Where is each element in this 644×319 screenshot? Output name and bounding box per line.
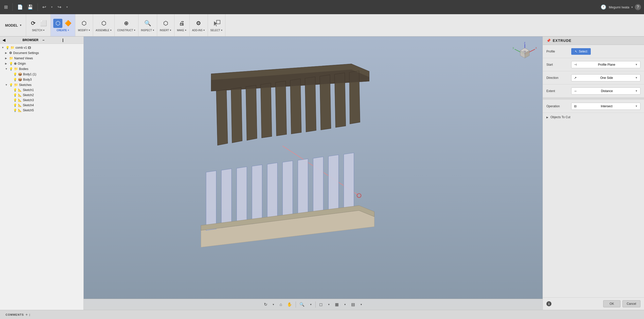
undo-dropdown-icon[interactable]: ▼: [50, 5, 54, 9]
svg-marker-7: [261, 83, 272, 138]
new-file-icon[interactable]: 📄: [16, 3, 24, 11]
rotate-dropdown-icon[interactable]: ▼: [271, 302, 276, 307]
browser-collapse-icon[interactable]: –: [43, 38, 61, 42]
tree-expand-bodies[interactable]: ▼: [5, 67, 8, 70]
comments-expand-icon[interactable]: |: [29, 313, 30, 316]
inspect-icons: 🔍: [143, 19, 152, 28]
sketch-icons: ⟳ ⬜: [29, 19, 48, 28]
toolbar-assemble[interactable]: ⬡ ASSEMBLE▼: [93, 14, 115, 36]
toolbar-insert[interactable]: ⬡ INSERT▼: [157, 14, 174, 36]
toolbar-inspect[interactable]: 🔍 INSPECT▼: [138, 14, 157, 36]
tree-item-sketch5[interactable]: ▶ 💡 📐 Sketch5: [0, 108, 83, 113]
create-icons: ⬡ 🔶: [53, 19, 73, 28]
tree-item-root[interactable]: ▼ 💡 📁 comb v1 ●: [0, 45, 83, 50]
create-label: CREATE▼: [57, 29, 69, 32]
home-icon[interactable]: ⌂: [278, 301, 284, 308]
help-icon[interactable]: ?: [635, 4, 641, 10]
select-button[interactable]: ↖ Select: [571, 48, 591, 55]
save-icon[interactable]: 💾: [26, 3, 34, 11]
tree-item-bodies[interactable]: ▼ 💡 📁 Bodies: [0, 66, 83, 72]
toolbar-modify[interactable]: ⬡ MODIFY▼: [75, 14, 93, 36]
sep2: [315, 302, 316, 308]
svg-marker-29: [206, 171, 216, 230]
grid-icon[interactable]: ⊞: [3, 3, 9, 11]
folder-origin: ⊕: [14, 62, 17, 65]
distance-icon: ↔: [574, 89, 577, 93]
direction-dropdown[interactable]: ↗ One Side ▼: [571, 74, 640, 81]
zoom-dropdown-icon[interactable]: ▼: [308, 302, 313, 307]
svg-marker-30: [221, 169, 231, 228]
redo-dropdown-icon[interactable]: ▼: [65, 5, 69, 9]
icon-sketch4: 📐: [18, 103, 22, 107]
toolbar-make[interactable]: 🖨 MAKE▼: [174, 14, 190, 36]
toolbar-sketch[interactable]: ⟳ ⬜ SKETCH▼: [26, 14, 51, 36]
construct-icons: ⊕: [122, 19, 131, 28]
assemble-icon: ⬡: [99, 19, 108, 28]
insert-label: INSERT▼: [160, 29, 171, 32]
grid-dropdown-icon[interactable]: ▼: [342, 302, 348, 307]
tree-expand-sketches[interactable]: ▼: [5, 83, 8, 86]
tree-expand-root[interactable]: ▼: [2, 46, 5, 49]
separator: [38, 3, 38, 11]
display-dropdown-icon[interactable]: ▼: [326, 302, 331, 307]
sidebar: ◀ BROWSER – | ▼ 💡 📁 comb v1 ● ▶ ⚙ Docume…: [0, 37, 84, 310]
toolbar-construct[interactable]: ⊕ CONSTRUCT▼: [115, 14, 138, 36]
undo-icon[interactable]: ↩: [41, 3, 47, 11]
display-mode-icon[interactable]: ◻: [318, 301, 324, 308]
viewcube[interactable]: x y z top: [512, 42, 538, 67]
toolbar-select[interactable]: SELECT▼: [208, 14, 226, 36]
username[interactable]: Megumi Iwata: [609, 5, 629, 9]
toolbar-create[interactable]: ⬡ 🔶 CREATE▼: [51, 14, 75, 36]
tree-item-namedviews[interactable]: ▶ 📁 Named Views: [0, 56, 83, 61]
tree-item-body1[interactable]: ▶ 💡 📦 Body1 (1): [0, 72, 83, 77]
viewport[interactable]: CONSTRUCT -: [84, 37, 543, 310]
grid-display-icon[interactable]: ▦: [333, 301, 340, 308]
toolbar-addins[interactable]: ⚙ ADD-INS▼: [190, 14, 208, 36]
tree-item-sketch4[interactable]: ▶ 💡 📐 Sketch4: [0, 103, 83, 108]
ok-button[interactable]: OK: [603, 300, 620, 307]
browser-expand-icon[interactable]: |: [62, 38, 81, 42]
pin-icon[interactable]: 📌: [546, 39, 551, 43]
select-label: Select: [579, 50, 587, 53]
bulb-sketch4: 💡: [13, 103, 17, 107]
bulb-bodies: 💡: [9, 67, 13, 71]
bulb-body1: 💡: [13, 73, 17, 76]
model-dropdown[interactable]: MODEL ▼: [1, 14, 26, 36]
tree-expand-docsettings[interactable]: ▶: [5, 51, 8, 54]
view-dropdown-icon[interactable]: ▼: [359, 302, 364, 307]
info-icon[interactable]: ℹ: [546, 301, 551, 306]
extent-dropdown[interactable]: ↔ Distance ▼: [571, 87, 640, 95]
comments-label: COMMENTS: [6, 313, 24, 316]
tree-item-sketch2[interactable]: ▶ 💡 📐 Sketch2: [0, 93, 83, 98]
label-body3: Body3: [23, 78, 32, 81]
operation-dropdown[interactable]: ⊟ Intersect ▼: [571, 103, 640, 110]
operation-value: ⊟ Intersect ▼: [571, 103, 640, 110]
tree-item-sketch1[interactable]: ▶ 💡 📐 Sketch1: [0, 87, 83, 93]
objects-to-cut[interactable]: ▶ Objects To Cut: [543, 113, 644, 121]
tree-item-sketches[interactable]: ▼ 💡 📁 Sketches: [0, 82, 83, 87]
addins-icons: ⚙: [194, 19, 203, 28]
model-label: MODEL: [5, 23, 18, 27]
view-icon[interactable]: ▤: [350, 301, 356, 308]
tree-expand-namedviews[interactable]: ▶: [5, 57, 8, 60]
tree-expand-origin[interactable]: ▶: [5, 62, 8, 65]
tree-item-sketch3[interactable]: ▶ 💡 📐 Sketch3: [0, 98, 83, 103]
tree-item-origin[interactable]: ▶ 💡 ⊕ Origin: [0, 61, 83, 66]
tree-item-docsettings[interactable]: ▶ ⚙ Document Settings: [0, 50, 83, 56]
label-body1: Body1 (1): [23, 73, 36, 76]
zoom-icon[interactable]: 🔍: [298, 301, 306, 308]
comments-add-button[interactable]: +: [25, 312, 28, 317]
rotate-icon[interactable]: ↻: [262, 301, 269, 308]
direction-value: ↗ One Side ▼: [571, 74, 640, 81]
redo-icon[interactable]: ↪: [57, 3, 62, 11]
start-dropdown[interactable]: ⊣ Profile Plane ▼: [571, 61, 640, 68]
user-dropdown-icon[interactable]: ▼: [631, 6, 633, 9]
collapse-left-icon[interactable]: ◀: [3, 38, 21, 42]
tree-item-body3[interactable]: ▶ 💡 📦 Body3: [0, 77, 83, 82]
extent-value: ↔ Distance ▼: [571, 87, 640, 95]
history-icon[interactable]: 🕐: [600, 3, 607, 11]
cancel-button[interactable]: Cancel: [622, 300, 640, 307]
assemble-label: ASSEMBLE▼: [96, 29, 112, 32]
toolbar: MODEL ▼ ⟳ ⬜ SKETCH▼ ⬡ 🔶 CREATE▼ ⬡ MODIFY…: [0, 14, 644, 37]
pan-icon[interactable]: ✋: [285, 301, 294, 308]
